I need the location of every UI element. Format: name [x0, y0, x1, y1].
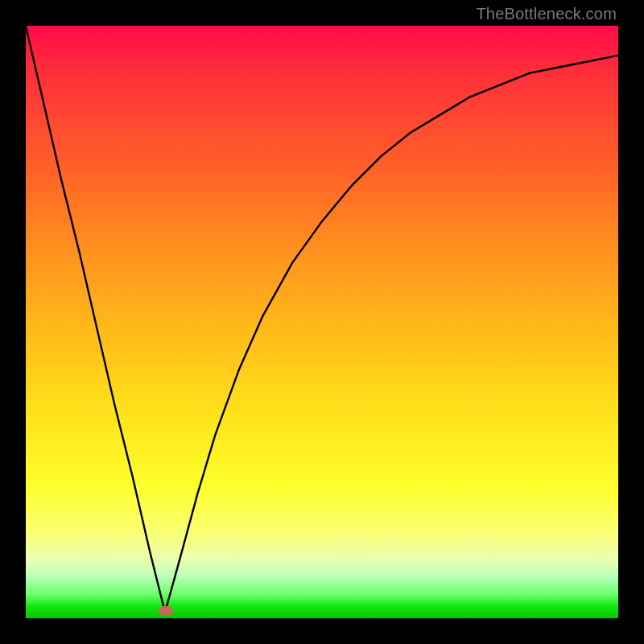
- minimum-marker: [159, 606, 173, 615]
- chart-frame: TheBottleneck.com: [0, 0, 644, 644]
- curve-path: [26, 26, 618, 613]
- bottleneck-curve: [26, 26, 618, 618]
- watermark-text: TheBottleneck.com: [476, 5, 617, 23]
